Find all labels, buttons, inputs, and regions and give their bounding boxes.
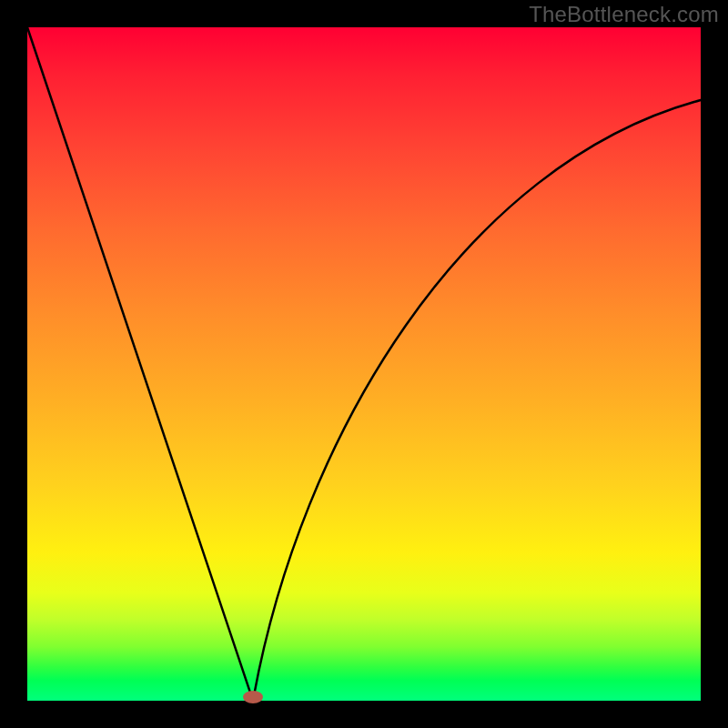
bottleneck-curve-right bbox=[253, 100, 701, 701]
plot-area bbox=[27, 27, 701, 701]
curve-svg bbox=[27, 27, 701, 701]
watermark-text: TheBottleneck.com bbox=[529, 2, 719, 27]
bottleneck-curve-left bbox=[27, 27, 253, 701]
min-marker bbox=[243, 691, 263, 703]
chart-frame: TheBottleneck.com bbox=[0, 0, 728, 728]
